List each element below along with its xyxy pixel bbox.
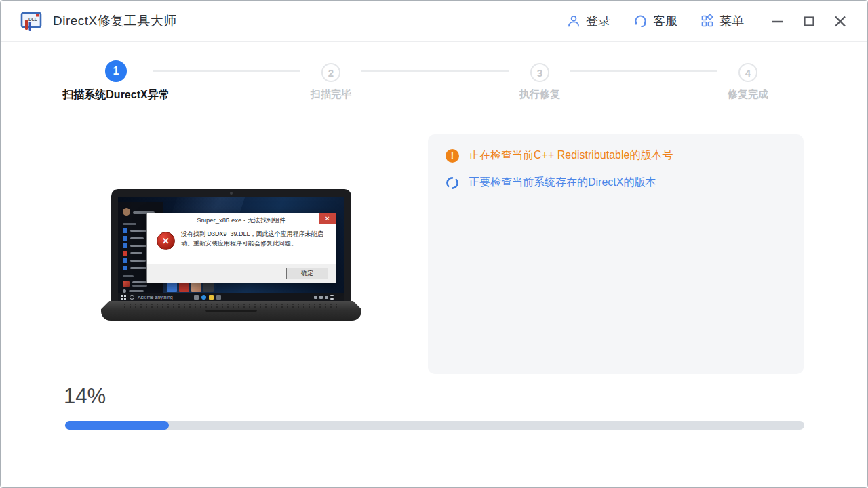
status-item-checking-redistributable: ! 正在检查当前C++ Redistributable的版本号 xyxy=(446,148,787,163)
laptop-screen: Ask me anything Sniper_x86.exe - 无法找到组件 xyxy=(111,189,351,301)
laptop-illustration: Ask me anything Sniper_x86.exe - 无法找到组件 xyxy=(101,189,361,321)
windows-taskbar: Ask me anything xyxy=(118,293,344,301)
loading-spinner-icon xyxy=(446,176,459,190)
step-connector-2 xyxy=(361,70,509,72)
status-text: 正要检查当前系统存在的DirectX的版本 xyxy=(469,176,656,190)
start-menu-tiles xyxy=(167,282,214,292)
step-4-circle: 4 xyxy=(738,63,757,82)
warning-icon: ! xyxy=(446,149,459,163)
error-dialog-close-icon: ✕ xyxy=(319,214,336,224)
step-connector-3 xyxy=(570,70,717,72)
step-3-label: 执行修复 xyxy=(458,88,621,101)
step-2-label: 扫描完毕 xyxy=(250,88,412,101)
step-connector-1 xyxy=(153,70,300,72)
windows-start-icon xyxy=(121,295,126,300)
step-1-label: 扫描系统DurectX异常 xyxy=(35,88,197,102)
scan-status-panel: ! 正在检查当前C++ Redistributable的版本号 正要检查当前系统… xyxy=(428,134,804,374)
step-1-circle: 1 xyxy=(105,60,127,82)
dll-error-dialog: Sniper_x86.exe - 无法找到组件 ✕ ✕ 没有找到 D3DX9_3… xyxy=(146,213,336,283)
laptop-base xyxy=(101,301,361,321)
progress-fill xyxy=(65,421,169,430)
error-message: 没有找到 D3DX9_39.DLL，因此这个应用程序未能启动。重新安装应用程序可… xyxy=(181,230,328,250)
status-item-checking-directx: 正要检查当前系统存在的DirectX的版本 xyxy=(446,176,787,190)
cortana-icon xyxy=(130,295,134,300)
progress-bar xyxy=(65,421,804,430)
windows-desktop: Ask me anything Sniper_x86.exe - 无法找到组件 xyxy=(118,197,344,301)
avatar xyxy=(123,208,130,216)
error-x-icon: ✕ xyxy=(157,232,175,250)
app-window: DLL DirectX修复工具大师 登录 客服 xyxy=(0,0,868,488)
step-4-label: 修复完成 xyxy=(667,88,829,101)
progress-percent-label: 14% xyxy=(64,384,106,409)
status-text: 正在检查当前C++ Redistributable的版本号 xyxy=(469,148,673,163)
taskbar-app-icons xyxy=(194,295,221,300)
step-2-circle: 2 xyxy=(321,63,340,82)
error-dialog-title: Sniper_x86.exe - 无法找到组件 xyxy=(147,214,336,227)
error-ok-button: 确定 xyxy=(286,268,328,279)
webcam-dot xyxy=(230,192,233,195)
taskbar-tray xyxy=(314,295,341,300)
taskbar-search-text: Ask me anything xyxy=(138,295,173,300)
step-3-circle: 3 xyxy=(530,63,549,82)
step-progress: 1 2 3 4 扫描系统DurectX异常 扫描完毕 执行修复 修复完成 xyxy=(1,1,867,109)
